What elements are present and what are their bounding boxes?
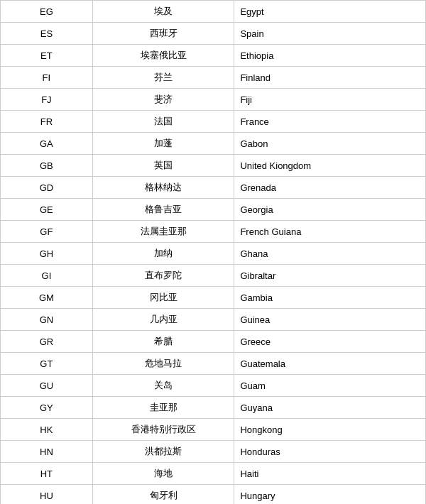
country-name-chinese: 埃及 <box>92 1 234 23</box>
country-name-english: Gambia <box>234 287 426 309</box>
country-code: HN <box>1 441 93 463</box>
country-code: GU <box>1 375 93 397</box>
table-row: HT海地Haiti <box>1 463 426 485</box>
country-name-english: United Kiongdom <box>234 155 426 177</box>
country-name-chinese: 几内亚 <box>92 309 234 331</box>
table-row: HK香港特别行政区Hongkong <box>1 419 426 441</box>
country-name-english: Georgia <box>234 199 426 221</box>
country-name-english: Hongkong <box>234 419 426 441</box>
table-row: GY圭亚那Guyana <box>1 397 426 419</box>
country-code: GY <box>1 397 93 419</box>
country-code: FJ <box>1 89 93 111</box>
country-name-english: Hungary <box>234 485 426 505</box>
country-code: FI <box>1 67 93 89</box>
table-row: GM冈比亚Gambia <box>1 287 426 309</box>
country-name-english: Gibraltar <box>234 265 426 287</box>
country-name-chinese: 直布罗陀 <box>92 265 234 287</box>
country-name-chinese: 埃塞俄比亚 <box>92 45 234 67</box>
country-name-english: Guyana <box>234 397 426 419</box>
country-code: GT <box>1 353 93 375</box>
country-code: GB <box>1 155 93 177</box>
country-code: ET <box>1 45 93 67</box>
table-row: ES西班牙Spain <box>1 23 426 45</box>
country-name-english: Greece <box>234 331 426 353</box>
country-name-english: France <box>234 111 426 133</box>
country-name-chinese: 西班牙 <box>92 23 234 45</box>
country-name-chinese: 香港特别行政区 <box>92 419 234 441</box>
table-row: FJ斐济Fiji <box>1 89 426 111</box>
country-code: GE <box>1 199 93 221</box>
country-name-english: Grenada <box>234 177 426 199</box>
table-row: GF法属圭亚那French Guiana <box>1 221 426 243</box>
country-name-chinese: 加蓬 <box>92 133 234 155</box>
country-name-chinese: 法国 <box>92 111 234 133</box>
country-code: ES <box>1 23 93 45</box>
country-name-english: Egypt <box>234 1 426 23</box>
table-row: GA加蓬Gabon <box>1 133 426 155</box>
table-row: GI直布罗陀Gibraltar <box>1 265 426 287</box>
country-name-english: Gabon <box>234 133 426 155</box>
country-code: HK <box>1 419 93 441</box>
country-name-chinese: 格林纳达 <box>92 177 234 199</box>
table-row: GN几内亚Guinea <box>1 309 426 331</box>
table-row: GR希腊Greece <box>1 331 426 353</box>
country-name-chinese: 关岛 <box>92 375 234 397</box>
country-name-chinese: 洪都拉斯 <box>92 441 234 463</box>
country-code: GD <box>1 177 93 199</box>
country-name-chinese: 希腊 <box>92 331 234 353</box>
country-code: GR <box>1 331 93 353</box>
country-name-english: Guatemala <box>234 353 426 375</box>
country-table: EG埃及EgyptES西班牙SpainET埃塞俄比亚EthiopiaFI芬兰Fi… <box>0 0 426 504</box>
country-name-english: Finland <box>234 67 426 89</box>
country-name-chinese: 英国 <box>92 155 234 177</box>
country-name-english: Fiji <box>234 89 426 111</box>
country-code: EG <box>1 1 93 23</box>
country-name-english: Spain <box>234 23 426 45</box>
table-row: GH加纳Ghana <box>1 243 426 265</box>
country-name-english: Ghana <box>234 243 426 265</box>
table-row: GD格林纳达Grenada <box>1 177 426 199</box>
country-name-english: Guinea <box>234 309 426 331</box>
country-name-chinese: 格鲁吉亚 <box>92 199 234 221</box>
country-code: GI <box>1 265 93 287</box>
country-name-chinese: 海地 <box>92 463 234 485</box>
table-row: HN洪都拉斯Honduras <box>1 441 426 463</box>
table-row: FI芬兰Finland <box>1 67 426 89</box>
table-row: GE格鲁吉亚Georgia <box>1 199 426 221</box>
table-row: FR法国France <box>1 111 426 133</box>
country-name-chinese: 斐济 <box>92 89 234 111</box>
table-row: GB英国United Kiongdom <box>1 155 426 177</box>
country-name-english: Honduras <box>234 441 426 463</box>
table-row: GU关岛Guam <box>1 375 426 397</box>
table-row: GT危地马拉Guatemala <box>1 353 426 375</box>
country-code: GF <box>1 221 93 243</box>
country-name-chinese: 匈牙利 <box>92 485 234 505</box>
country-name-english: Haiti <box>234 463 426 485</box>
country-name-english: Ethiopia <box>234 45 426 67</box>
country-name-chinese: 芬兰 <box>92 67 234 89</box>
country-code: FR <box>1 111 93 133</box>
country-name-english: French Guiana <box>234 221 426 243</box>
country-name-chinese: 冈比亚 <box>92 287 234 309</box>
country-code: HT <box>1 463 93 485</box>
table-row: HU匈牙利Hungary <box>1 485 426 505</box>
country-code: HU <box>1 485 93 505</box>
country-name-chinese: 圭亚那 <box>92 397 234 419</box>
country-name-chinese: 法属圭亚那 <box>92 221 234 243</box>
country-name-chinese: 危地马拉 <box>92 353 234 375</box>
country-code: GM <box>1 287 93 309</box>
country-name-english: Guam <box>234 375 426 397</box>
country-code: GN <box>1 309 93 331</box>
country-name-chinese: 加纳 <box>92 243 234 265</box>
country-code: GA <box>1 133 93 155</box>
table-row: EG埃及Egypt <box>1 1 426 23</box>
table-row: ET埃塞俄比亚Ethiopia <box>1 45 426 67</box>
country-code: GH <box>1 243 93 265</box>
